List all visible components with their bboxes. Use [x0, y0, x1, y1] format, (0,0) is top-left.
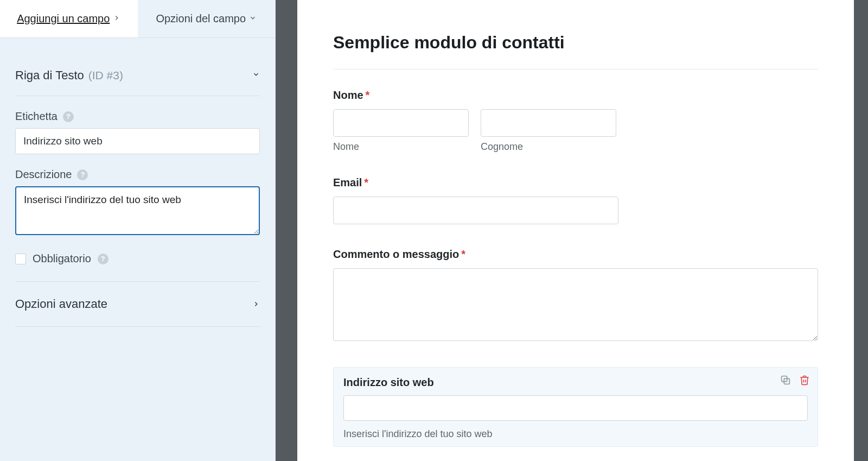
form-title: Semplice modulo di contatti — [333, 33, 818, 70]
tab-add-field[interactable]: Aggiungi un campo — [0, 0, 138, 37]
tab-add-field-label: Aggiungi un campo — [17, 12, 110, 25]
form-preview-pane[interactable]: Semplice modulo di contatti Nome* Nome C… — [276, 0, 868, 461]
required-row: Obbligatorio ? — [15, 252, 260, 282]
chevron-right-icon — [113, 13, 120, 24]
selected-field-input[interactable] — [343, 395, 808, 421]
chevron-down-icon — [249, 13, 257, 24]
selected-field-block[interactable]: Indirizzo sito web Inserisci l'indirizzo… — [333, 367, 818, 447]
help-icon[interactable]: ? — [63, 111, 74, 122]
required-asterisk: * — [461, 248, 465, 260]
required-checkbox[interactable] — [15, 254, 26, 264]
duplicate-icon[interactable] — [780, 374, 792, 386]
first-name-input[interactable] — [333, 109, 469, 137]
last-name-input[interactable] — [481, 109, 616, 137]
field-email-label: Email* — [333, 176, 818, 189]
last-name-sublabel: Cognome — [481, 141, 616, 153]
delete-icon[interactable] — [799, 374, 810, 386]
selected-field-actions — [780, 374, 810, 386]
field-email[interactable]: Email* — [333, 176, 818, 224]
form-card: Semplice modulo di contatti Nome* Nome C… — [297, 0, 854, 461]
etichetta-label-row: Etichetta ? — [15, 110, 260, 123]
sidebar-tabs: Aggiungi un campo Opzioni del campo — [0, 0, 275, 38]
chevron-right-icon — [252, 297, 260, 311]
selected-field-description: Inserisci l'indirizzo del tuo sito web — [343, 428, 808, 440]
sidebar-body: Riga di Testo (ID #3) Etichetta ? Descri… — [0, 38, 275, 327]
field-id-label: (ID #3) — [88, 69, 123, 82]
comment-textarea[interactable] — [333, 268, 818, 341]
email-input[interactable] — [333, 197, 618, 224]
required-label[interactable]: Obbligatorio — [33, 252, 91, 265]
selected-field-label: Indirizzo sito web — [343, 376, 808, 389]
tab-field-options-label: Opzioni del campo — [156, 12, 246, 25]
advanced-options-row[interactable]: Opzioni avanzate — [15, 282, 260, 327]
field-comment[interactable]: Commento o messaggio* — [333, 248, 818, 343]
chevron-down-icon — [252, 71, 260, 80]
field-editor-sidebar: Aggiungi un campo Opzioni del campo Riga… — [0, 0, 276, 461]
help-icon[interactable]: ? — [77, 169, 88, 180]
first-name-sublabel: Nome — [333, 141, 469, 153]
description-label: Descrizione — [15, 168, 72, 181]
field-comment-label: Commento o messaggio* — [333, 248, 818, 261]
field-name[interactable]: Nome* Nome Cognome — [333, 89, 818, 153]
etichetta-label: Etichetta — [15, 110, 58, 123]
advanced-options-label: Opzioni avanzate — [15, 297, 107, 311]
field-name-label: Nome* — [333, 89, 818, 102]
description-label-row: Descrizione ? — [15, 168, 260, 181]
tab-field-options[interactable]: Opzioni del campo — [138, 0, 276, 37]
etichetta-input[interactable] — [15, 128, 260, 154]
required-asterisk: * — [364, 176, 368, 188]
help-icon[interactable]: ? — [98, 254, 108, 264]
field-type-header[interactable]: Riga di Testo (ID #3) — [15, 53, 260, 96]
field-type-label: Riga di Testo — [15, 68, 84, 83]
description-textarea[interactable]: Inserisci l'indirizzo del tuo sito web — [15, 186, 260, 235]
required-asterisk: * — [366, 89, 370, 101]
